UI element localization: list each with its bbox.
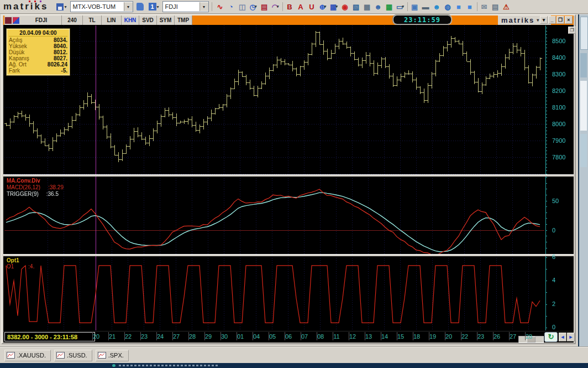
keyboard-icon[interactable]: ▬ bbox=[421, 2, 431, 12]
info-row: Düşük8012. bbox=[9, 49, 67, 55]
watch-eye-icon[interactable]: ◉ bbox=[340, 2, 350, 12]
time-axis-label: 06 bbox=[283, 333, 294, 340]
analysis-icon[interactable]: ▧ bbox=[351, 2, 361, 12]
chevron-down-icon: ▾ bbox=[64, 4, 66, 9]
price-axis[interactable]: 850084008300820081008000790078005006420 bbox=[546, 25, 574, 331]
axis-tick-label: 7900 bbox=[552, 137, 565, 144]
time-axis-label: 23 bbox=[475, 333, 486, 340]
right-dock-strip bbox=[578, 14, 588, 363]
chevron-down-icon: ▾ bbox=[157, 4, 159, 9]
info-row: Kapanış8027. bbox=[9, 55, 67, 61]
grid-table-icon[interactable]: ▦ bbox=[384, 2, 395, 12]
pie-chart-icon[interactable]: ◔ bbox=[226, 2, 237, 12]
chevron-down-icon: ▾ bbox=[402, 4, 404, 9]
refresh-button[interactable]: ↻ bbox=[544, 332, 558, 342]
new-page-button[interactable] bbox=[135, 1, 145, 12]
title-segment-fdji[interactable]: FDJI bbox=[21, 15, 62, 25]
taskbar-item-spx[interactable]: .SPX. bbox=[96, 350, 129, 361]
close-button[interactable]: × bbox=[565, 16, 573, 24]
monitor-icon[interactable]: ▭▾ bbox=[395, 2, 406, 12]
chart-titlebar: FDJI240TLLINKHNSVDSYMTMP 23:11:59 matrik… bbox=[3, 15, 574, 25]
macd-title: MA.Conv.Div bbox=[7, 178, 64, 184]
info-row: Yüksek8040. bbox=[9, 43, 67, 49]
workspace-combo-value: MTX-VOB-TUM bbox=[73, 3, 116, 10]
analysis-glyph: ▧ bbox=[353, 3, 359, 11]
window-blue-1-icon[interactable]: ■ bbox=[454, 2, 464, 12]
bold-icon[interactable]: B bbox=[285, 2, 295, 12]
opt-chart-canvas[interactable] bbox=[4, 256, 547, 330]
title-segment-khn[interactable]: KHN bbox=[122, 15, 139, 25]
dock-tab[interactable] bbox=[580, 17, 588, 50]
axis-tick-label: 4 bbox=[552, 277, 555, 283]
scroll-left-button[interactable]: ◄ bbox=[559, 333, 566, 341]
cascade-windows-glyph: ▣ bbox=[411, 3, 418, 11]
person-icon[interactable]: ☻ bbox=[432, 2, 442, 12]
info-value: -5. bbox=[61, 68, 67, 74]
drawing-tools-icon[interactable]: ◠▾ bbox=[270, 2, 281, 12]
print-icon[interactable]: ▤ bbox=[490, 2, 501, 12]
time-axis-label: 24 bbox=[155, 333, 166, 340]
matrix-window-icon[interactable]: ▦▾ bbox=[329, 2, 339, 12]
axis-tick-label: 50 bbox=[552, 198, 559, 204]
cascade-windows-icon[interactable]: ▣ bbox=[410, 2, 420, 12]
calculator-icon[interactable]: ▩ bbox=[362, 2, 372, 12]
title-segment-sym[interactable]: SYM bbox=[157, 15, 175, 25]
time-axis-label: 11 bbox=[331, 333, 342, 340]
web-icon[interactable]: ◍ bbox=[443, 2, 453, 12]
menu-button[interactable]: ▾ bbox=[540, 16, 548, 24]
toolbar-icons: ∿◔◫◷▾▤◠▾BAU⊕▾▦▾◉▧▩☻▦▭▾▣▬☻◍■■✉▤⚠ bbox=[215, 2, 512, 12]
chevron-down-icon: ▾ bbox=[324, 4, 327, 9]
time-axis-label: 05 bbox=[267, 333, 278, 340]
time-axis-label: 13 bbox=[363, 333, 374, 340]
workspace-combo[interactable]: MTX-VOB-TUM ▾ bbox=[70, 1, 133, 12]
taskbar-item-susd[interactable]: .SUSD. bbox=[54, 350, 92, 361]
symbol-combo[interactable]: FDJI ▾ bbox=[162, 1, 209, 12]
time-axis-label: 21 bbox=[107, 333, 118, 340]
alarm-bell-icon[interactable]: ⚠ bbox=[501, 2, 512, 12]
time-axis-label: 07 bbox=[299, 333, 310, 340]
time-axis[interactable]: 8382.00 - 3000 - 23:11:58 ↻ ◄ ► 20212223… bbox=[3, 331, 574, 343]
status-readout: 8382.00 - 3000 - 23:11:58 bbox=[4, 332, 95, 341]
mail-icon[interactable]: ✉ bbox=[479, 2, 490, 12]
window-blue-2-icon[interactable]: ■ bbox=[465, 2, 475, 12]
minimize-button[interactable]: _ bbox=[548, 16, 556, 24]
mdi-restore-button[interactable]: ❐ bbox=[568, 27, 576, 34]
opt-labels: Opt1 O1:4. bbox=[7, 257, 34, 269]
watch-eye-glyph: ◉ bbox=[342, 3, 348, 11]
page-number-button[interactable]: 1 ▾ bbox=[147, 1, 161, 12]
macd-chart-canvas[interactable] bbox=[4, 176, 547, 254]
save-button[interactable]: ▾ bbox=[55, 1, 68, 12]
chevron-down-icon: ▾ bbox=[255, 4, 257, 9]
panel-splitter[interactable] bbox=[3, 254, 574, 256]
clock-icon[interactable]: ◷▾ bbox=[248, 2, 259, 12]
title-segment-svd[interactable]: SVD bbox=[139, 15, 157, 25]
restore-button[interactable]: ❐ bbox=[556, 16, 564, 24]
time-axis-label: 27 bbox=[507, 333, 518, 340]
underline-icon[interactable]: U bbox=[307, 2, 317, 12]
matriks-logo: matriks bbox=[2, 1, 51, 12]
print-glyph: ▤ bbox=[492, 3, 498, 11]
underline-glyph: U bbox=[309, 3, 314, 11]
font-icon[interactable]: A bbox=[296, 2, 306, 12]
scroll-right-button[interactable]: ► bbox=[567, 333, 575, 341]
database-icon[interactable]: ▤ bbox=[259, 2, 270, 12]
time-axis-label: 30 bbox=[219, 333, 230, 340]
title-segment-lin[interactable]: LIN bbox=[102, 15, 122, 25]
title-segment-240[interactable]: 240 bbox=[62, 15, 83, 25]
info-label: Açılış bbox=[9, 37, 22, 43]
chart-tool-icon[interactable]: ◫ bbox=[237, 2, 248, 12]
panel-splitter[interactable] bbox=[3, 174, 574, 177]
info-label: Kapanış bbox=[9, 55, 29, 61]
taskbar-item-xauusd[interactable]: .XAUUSD. bbox=[4, 350, 51, 361]
time-axis-label: 23 bbox=[139, 333, 150, 340]
axis-tick-label: 8100 bbox=[552, 104, 565, 111]
grid-table-glyph: ▦ bbox=[386, 3, 392, 11]
price-chart-canvas[interactable] bbox=[4, 25, 547, 175]
title-segment-tl[interactable]: TL bbox=[83, 15, 102, 25]
chevron-down-icon: ▾ bbox=[200, 2, 208, 11]
globe-icon[interactable]: ⊕▾ bbox=[318, 2, 328, 12]
user-chart-icon[interactable]: ☻ bbox=[373, 2, 384, 12]
line-chart-icon[interactable]: ∿ bbox=[215, 2, 225, 12]
title-segment-tmp[interactable]: TMP bbox=[175, 15, 192, 25]
info-datetime: 20.04.09 04:00 bbox=[9, 30, 67, 37]
